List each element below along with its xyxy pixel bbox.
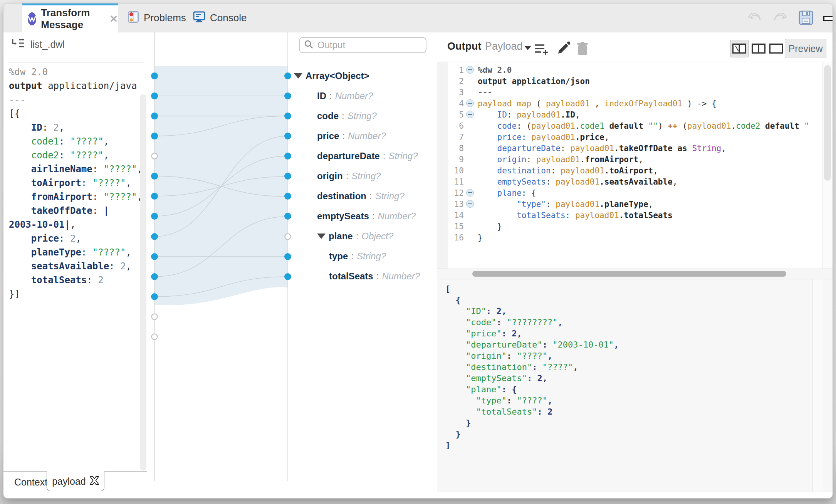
input-port[interactable] bbox=[151, 113, 158, 119]
field-name: destination bbox=[317, 191, 366, 202]
tree-row-emptyseats[interactable]: emptySeats:Number? bbox=[288, 206, 438, 226]
expander-triangle-icon[interactable] bbox=[294, 73, 302, 79]
editor-line[interactable]: 11 emptySeats: payload01.seatsAvailable, bbox=[437, 176, 809, 187]
tree-row-code[interactable]: code:String? bbox=[288, 106, 438, 126]
field-type: String? bbox=[375, 191, 405, 202]
line-number: 7 bbox=[437, 133, 464, 142]
view-split-button[interactable] bbox=[750, 40, 767, 57]
editor-line[interactable]: 6 code: (payload01.code1 default "") ++ … bbox=[437, 120, 809, 131]
edit-pencil-icon[interactable] bbox=[556, 41, 571, 57]
field-name: price bbox=[317, 131, 339, 141]
editor-line[interactable]: 15 } bbox=[437, 221, 809, 232]
field-type: Number? bbox=[378, 211, 416, 222]
tree-row-totalseats[interactable]: totalSeats:Number? bbox=[288, 266, 438, 286]
fold-minus-icon[interactable] bbox=[466, 111, 474, 118]
tab-transform-message[interactable]: Transform Message ✕ bbox=[22, 3, 118, 32]
editor-line[interactable]: 4payload map ( payload01 , indexOfPayloa… bbox=[437, 98, 809, 109]
input-code-line: seatsAvailable: 2, bbox=[9, 259, 143, 273]
tree-row-plane[interactable]: plane:Object? bbox=[288, 226, 438, 246]
field-colon: : bbox=[369, 191, 372, 202]
input-port[interactable] bbox=[151, 293, 158, 300]
preview-json-line: "code": "????????", bbox=[445, 317, 619, 328]
input-code-line: price: 2, bbox=[9, 232, 143, 245]
close-icon[interactable]: ✕ bbox=[109, 13, 118, 25]
fold-minus-icon[interactable] bbox=[466, 200, 474, 208]
payload-selector[interactable]: Payload bbox=[485, 40, 523, 52]
editor-line[interactable]: 13 "type": payload01.planeType, bbox=[437, 198, 809, 210]
input-port[interactable] bbox=[151, 193, 158, 200]
fold-minus-icon[interactable] bbox=[466, 189, 474, 197]
editor-line[interactable]: 5 ID: payload01.ID, bbox=[437, 109, 809, 120]
dataweave-editor[interactable]: 1%dw 2.02output application/json3---4pay… bbox=[437, 64, 809, 243]
input-file-header: list_.dwl bbox=[11, 37, 65, 51]
editor-line[interactable]: 2output application/json bbox=[437, 76, 809, 87]
editor-hscrollbar-thumb[interactable] bbox=[472, 271, 786, 277]
field-name: code bbox=[317, 111, 339, 121]
editor-line[interactable]: 10 destination: payload01.toAirport, bbox=[437, 165, 809, 176]
header-separator bbox=[781, 39, 781, 58]
add-target-icon[interactable] bbox=[534, 42, 550, 57]
search-icon bbox=[304, 39, 314, 51]
left-panel-divider bbox=[8, 62, 144, 62]
input-port[interactable] bbox=[151, 253, 158, 260]
editor-line[interactable]: 7 price: payload01.price, bbox=[437, 131, 809, 143]
tree-row-destination[interactable]: destination:String? bbox=[288, 186, 438, 206]
tree-row-id[interactable]: ID:Number? bbox=[288, 86, 438, 106]
window-chrome bbox=[746, 10, 833, 27]
input-port[interactable] bbox=[151, 233, 158, 240]
input-port[interactable] bbox=[151, 273, 158, 280]
input-port[interactable] bbox=[151, 92, 158, 99]
tab-payload[interactable]: payload bbox=[47, 471, 104, 491]
input-port[interactable] bbox=[151, 173, 158, 180]
tree-row-origin[interactable]: origin:String? bbox=[288, 166, 438, 186]
field-type: Object? bbox=[361, 231, 393, 242]
input-code-line: ID: 2, bbox=[9, 121, 143, 134]
tree-row-price[interactable]: price:Number? bbox=[288, 126, 438, 146]
preview-vscrollbar[interactable] bbox=[812, 279, 823, 492]
delete-trash-icon[interactable] bbox=[576, 41, 589, 57]
save-icon[interactable] bbox=[799, 10, 813, 27]
editor-vscrollbar-thumb[interactable] bbox=[824, 65, 831, 181]
input-code-line: %dw 2.0 bbox=[9, 65, 143, 79]
tree-row-type[interactable]: type:String? bbox=[288, 246, 438, 266]
tab-context[interactable]: Context bbox=[14, 477, 47, 488]
undo-icon[interactable] bbox=[746, 11, 762, 26]
line-number: 11 bbox=[437, 177, 464, 186]
input-port[interactable] bbox=[151, 133, 158, 139]
preview-json-line: "emptySeats": 2, bbox=[445, 373, 619, 384]
field-colon: : bbox=[342, 131, 345, 141]
expander-triangle-icon[interactable] bbox=[317, 234, 326, 239]
input-port[interactable] bbox=[151, 72, 158, 79]
tree-row-departuredate[interactable]: departureDate:String? bbox=[288, 146, 438, 166]
line-number: 1 bbox=[437, 66, 464, 75]
redo-icon[interactable] bbox=[772, 11, 789, 26]
input-code-editor[interactable]: %dw 2.0output application/java---[{ ID: … bbox=[9, 65, 143, 301]
tab-problems[interactable]: Problems bbox=[128, 3, 186, 32]
editor-line[interactable]: 3--- bbox=[437, 87, 809, 98]
tab-console[interactable]: Console bbox=[193, 3, 247, 32]
input-port[interactable] bbox=[152, 314, 158, 320]
tree-view-icon[interactable] bbox=[11, 37, 25, 51]
fold-minus-icon[interactable] bbox=[466, 66, 474, 74]
editor-line[interactable]: 8 departureDate: payload01.takeOffDate a… bbox=[437, 143, 809, 154]
input-filename: list_.dwl bbox=[30, 39, 65, 50]
expand-arrows-icon bbox=[90, 476, 99, 486]
fold-minus-icon[interactable] bbox=[466, 99, 474, 107]
editor-line[interactable]: 1%dw 2.0 bbox=[437, 64, 809, 76]
editor-line[interactable]: 9 origin: payload01.fromAirport, bbox=[437, 154, 809, 165]
input-port[interactable] bbox=[152, 153, 158, 159]
minimize-icon[interactable] bbox=[823, 16, 833, 21]
editor-line[interactable]: 12 plane: { bbox=[437, 187, 809, 198]
view-single-button[interactable] bbox=[768, 40, 785, 57]
view-graphical-button[interactable] bbox=[730, 40, 749, 57]
chevron-down-icon[interactable] bbox=[524, 46, 531, 50]
input-port[interactable] bbox=[151, 213, 158, 220]
editor-line[interactable]: 16} bbox=[437, 232, 809, 243]
mapping-canvas[interactable] bbox=[139, 32, 301, 487]
output-search-box[interactable]: Output bbox=[299, 37, 426, 53]
preview-button[interactable]: Preview bbox=[785, 39, 826, 58]
tab-problems-label: Problems bbox=[144, 12, 186, 24]
input-port[interactable] bbox=[152, 334, 158, 340]
tree-row-array-object-[interactable]: Array<Object> bbox=[288, 66, 438, 86]
editor-line[interactable]: 14 totalSeats: payload01.totalSeats bbox=[437, 210, 809, 221]
